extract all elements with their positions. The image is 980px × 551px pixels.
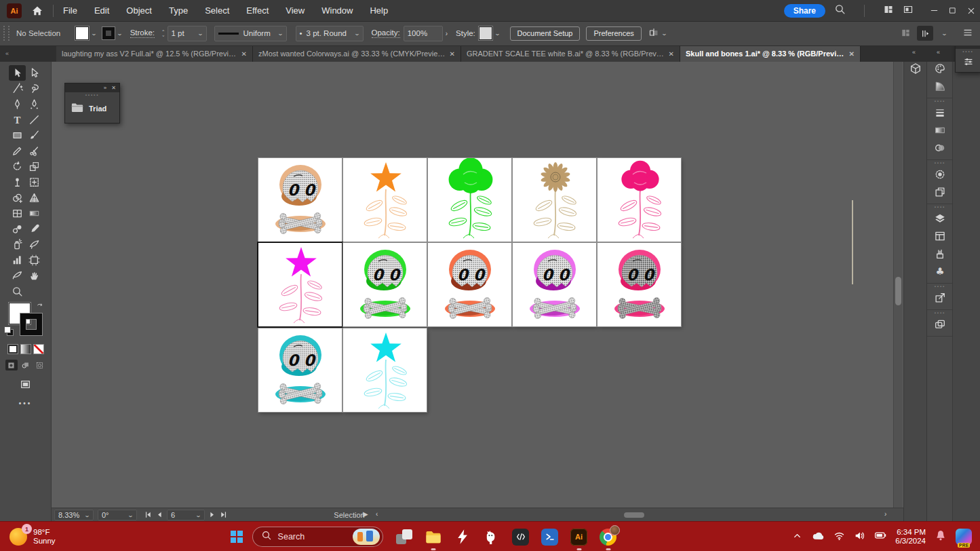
type-tool-icon[interactable]: T [9, 112, 26, 128]
lightning-app-icon[interactable] [454, 528, 471, 546]
dock-collapse-icon[interactable]: « [937, 49, 939, 56]
artboard-1[interactable]: 0 0 [258, 158, 342, 242]
curvature-tool-icon[interactable] [26, 96, 43, 112]
scale-tool-icon[interactable] [26, 159, 43, 174]
tab-close-icon[interactable]: ✕ [450, 50, 455, 58]
graphic-styles-panel-icon[interactable] [927, 183, 953, 201]
next-artboard-icon[interactable] [208, 510, 216, 520]
chevron-down-icon[interactable]: ⌄ [661, 31, 667, 37]
swap-fill-stroke-icon[interactable] [35, 302, 44, 314]
artboard-12[interactable] [343, 328, 427, 412]
gradient-panel-icon[interactable] [927, 121, 953, 139]
stroke-panel-icon[interactable] [927, 104, 953, 121]
artboard-11[interactable]: 0 0 [258, 328, 342, 412]
symbols-panel-icon[interactable]: ♣ [927, 263, 953, 280]
illustrator-icon[interactable]: Ai [570, 528, 588, 546]
screen-mode-icon[interactable] [0, 379, 51, 390]
chevron-down-icon[interactable]: ⌄ [941, 31, 947, 37]
layers-panel-icon[interactable] [927, 210, 953, 227]
menu-select[interactable]: Select [205, 5, 229, 16]
toolbar-collapse-icon[interactable]: « [0, 45, 56, 62]
color-panel-icon[interactable] [927, 60, 953, 77]
gradient-tool-tool-icon[interactable] [26, 206, 43, 221]
draw-behind-icon[interactable] [20, 360, 32, 370]
panel-grip[interactable]: ▪▪▪▪ [927, 310, 953, 316]
horizontal-scrollbar-thumb[interactable] [624, 512, 644, 518]
panel-expand-icon[interactable]: » [104, 85, 106, 91]
free-transform-tool-icon[interactable] [26, 174, 43, 190]
stroke-stepper[interactable]: ⌃⌃ [161, 30, 165, 37]
status-expand-icon[interactable]: ▶ [363, 510, 368, 518]
eyedropper-tool-icon[interactable] [26, 221, 43, 237]
default-fill-stroke-icon[interactable] [4, 326, 14, 336]
volume-icon[interactable] [854, 530, 865, 544]
brushes-panel-icon[interactable] [927, 245, 953, 263]
vertical-scrollbar[interactable] [893, 62, 903, 508]
menu-effect[interactable]: Effect [246, 5, 269, 16]
blend-tool-icon[interactable] [9, 221, 26, 237]
dock-collapse-icon[interactable]: « [912, 49, 915, 56]
perspective-grid-tool-icon[interactable] [26, 190, 43, 206]
first-artboard-icon[interactable] [144, 510, 153, 520]
battery-icon[interactable] [874, 529, 886, 544]
triad-label[interactable]: Triad [89, 104, 106, 113]
file-explorer-icon[interactable] [425, 528, 442, 546]
hand-tool-icon[interactable] [26, 268, 43, 284]
graph-tool-icon[interactable] [9, 252, 26, 268]
shaper-tool-icon[interactable] [9, 143, 26, 159]
artboards-panel-icon[interactable] [927, 227, 953, 245]
chevron-down-icon[interactable]: ⌄ [494, 31, 500, 37]
arrange-documents-icon[interactable] [883, 4, 894, 18]
rotation-dropdown[interactable]: 0°⌄ [98, 510, 137, 520]
puppet-warp-tool-icon[interactable] [9, 174, 26, 190]
mesh-tool-icon[interactable] [9, 206, 26, 221]
drag-grip[interactable] [3, 26, 9, 41]
panel-grip[interactable]: ▪▪▪▪▪ [65, 92, 119, 98]
zoom-tool-icon[interactable] [9, 284, 26, 299]
rotate-tool-icon[interactable] [9, 159, 26, 174]
shape-builder-tool-icon[interactable] [9, 190, 26, 206]
artboard-9[interactable]: 0 0 [513, 243, 596, 326]
selection-tool-icon[interactable] [9, 65, 26, 81]
stroke-profile-dropdown[interactable]: Uniform⌄ [214, 26, 287, 41]
prev-artboard-icon[interactable] [155, 510, 164, 520]
direct-selection-tool-icon[interactable] [26, 65, 43, 81]
menu-object[interactable]: Object [126, 5, 152, 16]
tab-close-icon[interactable]: ✕ [849, 50, 855, 58]
menu-window[interactable]: Window [321, 5, 353, 16]
slice-tool-icon[interactable] [26, 237, 43, 252]
panel-list-icon[interactable] [962, 27, 973, 39]
chrome-icon[interactable] [600, 528, 617, 546]
panel-grip[interactable]: ▪▪▪▪ [927, 98, 953, 104]
share-button[interactable]: Share [784, 4, 825, 18]
artboard-3[interactable] [428, 158, 511, 242]
brush-dropdown[interactable]: • 3 pt. Round⌄ [296, 26, 364, 41]
stroke-label[interactable]: Stroke: [130, 28, 155, 38]
maximize-icon[interactable] [943, 1, 962, 20]
artboard-4[interactable] [513, 158, 596, 242]
clock[interactable]: 6:34 PM 6/3/2024 [895, 528, 926, 546]
paintbrush-tool-icon[interactable] [26, 128, 43, 143]
arrange-documents-icon[interactable] [901, 28, 911, 39]
color-button[interactable] [7, 344, 18, 354]
tab-close-icon[interactable]: ✕ [241, 50, 247, 58]
tray-chevron-icon[interactable] [792, 531, 802, 544]
task-view-icon[interactable] [395, 528, 413, 546]
artboard-7[interactable]: 0 0 [343, 243, 427, 326]
chevron-down-icon[interactable]: ⌄ [91, 31, 97, 37]
panel-grip[interactable]: ▪▪▪▪ [956, 49, 980, 54]
opacity-expand-icon[interactable]: › [446, 30, 448, 37]
transparency-panel-icon[interactable] [927, 139, 953, 157]
symbol-sprayer-tool-icon[interactable] [9, 237, 26, 252]
artboard-2[interactable] [343, 158, 427, 242]
gradient-button[interactable] [20, 344, 31, 354]
last-artboard-icon[interactable] [219, 510, 228, 520]
knife-tool-icon[interactable] [9, 268, 26, 284]
opacity-field[interactable]: 100% [404, 26, 443, 41]
document-setup-button[interactable]: Document Setup [510, 26, 581, 41]
lasso-tool-icon[interactable] [26, 81, 43, 96]
panel-grip[interactable]: ▪▪▪▪ [927, 160, 953, 166]
rectangle-tool-icon[interactable] [9, 128, 26, 143]
menu-help[interactable]: Help [370, 5, 388, 16]
scissors-tool-icon[interactable] [26, 143, 43, 159]
